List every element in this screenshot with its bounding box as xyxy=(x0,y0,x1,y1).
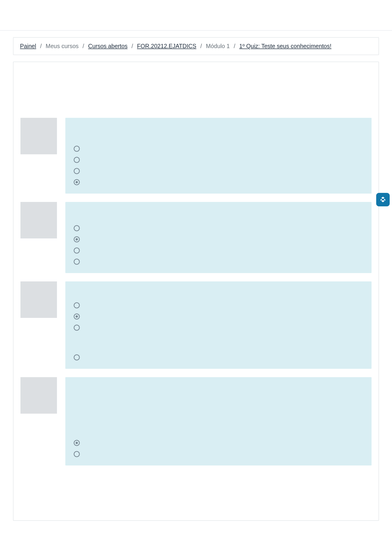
question-options xyxy=(74,143,363,185)
question-text xyxy=(74,384,363,403)
option-a[interactable] xyxy=(74,146,363,152)
breadcrumb-module: Módulo 1 xyxy=(206,43,230,49)
radio-icon xyxy=(74,451,80,457)
question-info-sidebar xyxy=(21,202,57,238)
radio-icon xyxy=(74,440,80,446)
radio-icon xyxy=(74,302,80,308)
breadcrumb-painel[interactable]: Painel xyxy=(20,43,36,49)
option-b[interactable] xyxy=(74,313,363,319)
question-body xyxy=(65,118,371,194)
question-text xyxy=(74,209,363,223)
question-3 xyxy=(21,281,371,369)
question-info-sidebar xyxy=(21,281,57,318)
breadcrumb: Painel / Meus cursos / Cursos abertos / … xyxy=(14,38,378,55)
question-text xyxy=(74,288,363,300)
accessibility-libras-button[interactable] xyxy=(376,193,390,206)
option-a[interactable] xyxy=(74,302,363,308)
spacer xyxy=(21,69,371,118)
breadcrumb-meus-cursos: Meus cursos xyxy=(46,43,79,49)
breadcrumb-sep: / xyxy=(40,43,42,49)
option-d[interactable] xyxy=(74,354,363,360)
radio-icon xyxy=(74,325,80,331)
option-c[interactable] xyxy=(74,168,363,174)
breadcrumb-sep: / xyxy=(234,43,235,49)
radio-icon xyxy=(74,225,80,231)
radio-icon xyxy=(74,157,80,163)
question-4 xyxy=(21,377,371,465)
option-d[interactable] xyxy=(74,259,363,265)
breadcrumb-quiz[interactable]: 1º Quiz: Teste seus conhecimentos! xyxy=(239,43,331,49)
option-d[interactable] xyxy=(74,179,363,185)
radio-icon xyxy=(74,179,80,185)
question-1 xyxy=(21,118,371,194)
option-c[interactable] xyxy=(74,325,363,331)
question-body xyxy=(65,377,371,465)
breadcrumb-course-code[interactable]: FOR.20212.EJATDICS xyxy=(137,43,196,49)
radio-icon xyxy=(74,259,80,265)
radio-icon xyxy=(74,168,80,174)
option-a[interactable] xyxy=(74,440,363,446)
radio-icon xyxy=(74,236,80,242)
question-text xyxy=(74,125,363,143)
breadcrumb-sep: / xyxy=(83,43,84,49)
breadcrumb-sep: / xyxy=(131,43,133,49)
question-body xyxy=(65,281,371,369)
option-b[interactable] xyxy=(74,236,363,242)
radio-icon xyxy=(74,313,80,319)
option-b[interactable] xyxy=(74,451,363,457)
question-info-sidebar xyxy=(21,377,57,414)
question-body xyxy=(65,202,371,273)
option-c[interactable] xyxy=(74,248,363,254)
radio-icon xyxy=(74,146,80,152)
breadcrumb-sep: / xyxy=(200,43,202,49)
breadcrumb-cursos-abertos[interactable]: Cursos abertos xyxy=(88,43,128,49)
question-2 xyxy=(21,202,371,273)
question-info-sidebar xyxy=(21,118,57,154)
question-options xyxy=(74,223,363,265)
option-a[interactable] xyxy=(74,225,363,231)
quiz-content-card xyxy=(13,62,379,521)
top-divider xyxy=(0,30,392,31)
breadcrumb-card: Painel / Meus cursos / Cursos abertos / … xyxy=(13,37,379,55)
question-options xyxy=(74,437,363,457)
hands-icon xyxy=(379,196,387,203)
radio-icon xyxy=(74,248,80,254)
spacer xyxy=(74,403,363,437)
radio-icon xyxy=(74,354,80,360)
option-b[interactable] xyxy=(74,157,363,163)
question-options xyxy=(74,300,363,360)
